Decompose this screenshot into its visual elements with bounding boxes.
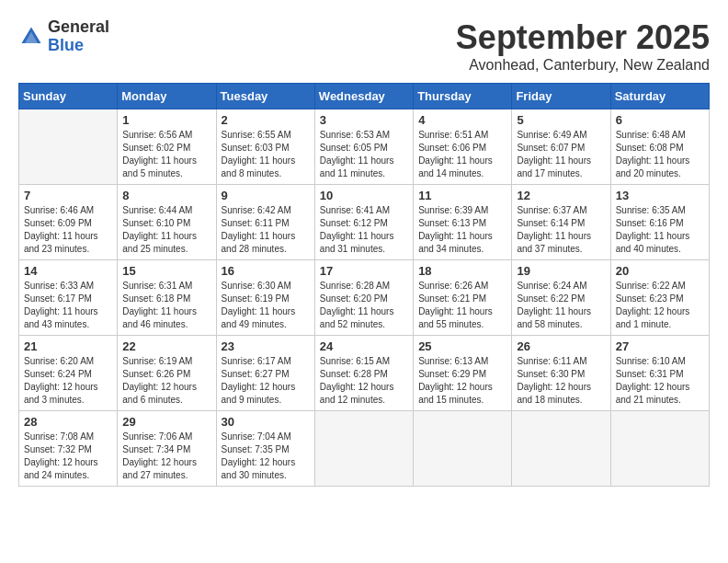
- day-info: Sunrise: 6:28 AM Sunset: 6:20 PM Dayligh…: [320, 280, 408, 331]
- header-monday: Monday: [118, 84, 216, 109]
- day-info: Sunrise: 6:33 AM Sunset: 6:17 PM Dayligh…: [24, 280, 112, 331]
- calendar-header: SundayMondayTuesdayWednesdayThursdayFrid…: [19, 84, 710, 109]
- calendar-cell: 23Sunrise: 6:17 AM Sunset: 6:27 PM Dayli…: [216, 336, 314, 411]
- logo-icon: [18, 24, 44, 50]
- day-info: Sunrise: 6:17 AM Sunset: 6:27 PM Dayligh…: [222, 355, 310, 407]
- title-block: September 2025 Avonhead, Canterbury, New…: [456, 18, 710, 74]
- day-info: Sunrise: 6:49 AM Sunset: 6:07 PM Dayligh…: [517, 129, 605, 180]
- day-info: Sunrise: 6:15 AM Sunset: 6:28 PM Dayligh…: [320, 355, 408, 407]
- calendar-cell: 6Sunrise: 6:48 AM Sunset: 6:08 PM Daylig…: [610, 109, 709, 185]
- day-info: Sunrise: 6:42 AM Sunset: 6:11 PM Dayligh…: [222, 204, 310, 256]
- day-number: 1: [122, 113, 210, 127]
- page-header: General Blue September 2025 Avonhead, Ca…: [18, 18, 710, 74]
- week-row-2: 14Sunrise: 6:33 AM Sunset: 6:17 PM Dayli…: [19, 260, 710, 336]
- calendar-cell: 18Sunrise: 6:26 AM Sunset: 6:21 PM Dayli…: [414, 260, 512, 336]
- calendar-cell: 11Sunrise: 6:39 AM Sunset: 6:13 PM Dayli…: [414, 185, 512, 260]
- calendar-cell: 22Sunrise: 6:19 AM Sunset: 6:26 PM Dayli…: [118, 336, 216, 411]
- day-info: Sunrise: 6:11 AM Sunset: 6:30 PM Dayligh…: [517, 355, 605, 407]
- calendar-body: 1Sunrise: 6:56 AM Sunset: 6:02 PM Daylig…: [19, 109, 710, 487]
- day-number: 7: [24, 189, 112, 202]
- day-info: Sunrise: 6:44 AM Sunset: 6:10 PM Dayligh…: [122, 204, 210, 256]
- day-number: 25: [418, 339, 506, 353]
- day-number: 22: [122, 339, 210, 353]
- day-info: Sunrise: 6:13 AM Sunset: 6:29 PM Dayligh…: [418, 355, 506, 407]
- calendar-cell: [610, 411, 709, 487]
- day-number: 10: [320, 189, 408, 202]
- day-info: Sunrise: 7:06 AM Sunset: 7:34 PM Dayligh…: [122, 431, 210, 482]
- week-row-1: 7Sunrise: 6:46 AM Sunset: 6:09 PM Daylig…: [19, 185, 710, 260]
- calendar-cell: [314, 411, 413, 487]
- calendar-cell: 14Sunrise: 6:33 AM Sunset: 6:17 PM Dayli…: [19, 260, 118, 336]
- week-row-0: 1Sunrise: 6:56 AM Sunset: 6:02 PM Daylig…: [19, 109, 710, 185]
- day-number: 19: [517, 264, 605, 278]
- calendar-cell: 20Sunrise: 6:22 AM Sunset: 6:23 PM Dayli…: [610, 260, 709, 336]
- day-number: 8: [122, 189, 210, 202]
- day-info: Sunrise: 6:30 AM Sunset: 6:19 PM Dayligh…: [222, 280, 310, 331]
- day-info: Sunrise: 6:19 AM Sunset: 6:26 PM Dayligh…: [122, 355, 210, 407]
- calendar: SundayMondayTuesdayWednesdayThursdayFrid…: [18, 83, 710, 487]
- day-info: Sunrise: 6:31 AM Sunset: 6:18 PM Dayligh…: [122, 280, 210, 331]
- logo-text: General Blue: [48, 18, 109, 55]
- month-title: September 2025: [456, 18, 710, 57]
- day-info: Sunrise: 6:37 AM Sunset: 6:14 PM Dayligh…: [517, 204, 605, 256]
- day-info: Sunrise: 6:39 AM Sunset: 6:13 PM Dayligh…: [418, 204, 506, 256]
- calendar-cell: 12Sunrise: 6:37 AM Sunset: 6:14 PM Dayli…: [512, 185, 610, 260]
- header-tuesday: Tuesday: [216, 84, 314, 109]
- header-sunday: Sunday: [19, 84, 118, 109]
- day-number: 12: [517, 189, 605, 202]
- day-info: Sunrise: 6:35 AM Sunset: 6:16 PM Dayligh…: [616, 204, 704, 256]
- calendar-cell: 21Sunrise: 6:20 AM Sunset: 6:24 PM Dayli…: [19, 336, 118, 411]
- day-number: 11: [418, 189, 506, 202]
- day-info: Sunrise: 6:56 AM Sunset: 6:02 PM Dayligh…: [122, 129, 210, 180]
- day-number: 17: [320, 264, 408, 278]
- day-info: Sunrise: 7:04 AM Sunset: 7:35 PM Dayligh…: [222, 431, 310, 482]
- calendar-cell: 29Sunrise: 7:06 AM Sunset: 7:34 PM Dayli…: [118, 411, 216, 487]
- calendar-cell: 24Sunrise: 6:15 AM Sunset: 6:28 PM Dayli…: [314, 336, 413, 411]
- day-info: Sunrise: 6:10 AM Sunset: 6:31 PM Dayligh…: [616, 355, 704, 407]
- day-number: 9: [222, 189, 310, 202]
- day-number: 4: [418, 113, 506, 127]
- day-number: 21: [24, 339, 112, 353]
- calendar-cell: 8Sunrise: 6:44 AM Sunset: 6:10 PM Daylig…: [118, 185, 216, 260]
- day-number: 24: [320, 339, 408, 353]
- calendar-cell: 17Sunrise: 6:28 AM Sunset: 6:20 PM Dayli…: [314, 260, 413, 336]
- calendar-cell: 10Sunrise: 6:41 AM Sunset: 6:12 PM Dayli…: [314, 185, 413, 260]
- calendar-cell: 3Sunrise: 6:53 AM Sunset: 6:05 PM Daylig…: [314, 109, 413, 185]
- calendar-cell: 7Sunrise: 6:46 AM Sunset: 6:09 PM Daylig…: [19, 185, 118, 260]
- day-info: Sunrise: 6:53 AM Sunset: 6:05 PM Dayligh…: [320, 129, 408, 180]
- calendar-cell: 2Sunrise: 6:55 AM Sunset: 6:03 PM Daylig…: [216, 109, 314, 185]
- calendar-cell: 9Sunrise: 6:42 AM Sunset: 6:11 PM Daylig…: [216, 185, 314, 260]
- header-saturday: Saturday: [610, 84, 709, 109]
- calendar-cell: [19, 109, 118, 185]
- day-info: Sunrise: 6:26 AM Sunset: 6:21 PM Dayligh…: [418, 280, 506, 331]
- calendar-cell: 26Sunrise: 6:11 AM Sunset: 6:30 PM Dayli…: [512, 336, 610, 411]
- day-number: 5: [517, 113, 605, 127]
- day-number: 23: [222, 339, 310, 353]
- header-row: SundayMondayTuesdayWednesdayThursdayFrid…: [19, 84, 710, 109]
- calendar-cell: [512, 411, 610, 487]
- day-number: 28: [24, 415, 112, 429]
- calendar-cell: 27Sunrise: 6:10 AM Sunset: 6:31 PM Dayli…: [610, 336, 709, 411]
- day-number: 2: [222, 113, 310, 127]
- header-friday: Friday: [512, 84, 610, 109]
- day-number: 3: [320, 113, 408, 127]
- calendar-cell: 30Sunrise: 7:04 AM Sunset: 7:35 PM Dayli…: [216, 411, 314, 487]
- day-number: 14: [24, 264, 112, 278]
- calendar-cell: 15Sunrise: 6:31 AM Sunset: 6:18 PM Dayli…: [118, 260, 216, 336]
- day-info: Sunrise: 6:22 AM Sunset: 6:23 PM Dayligh…: [616, 280, 704, 331]
- day-info: Sunrise: 6:20 AM Sunset: 6:24 PM Dayligh…: [24, 355, 112, 407]
- week-row-4: 28Sunrise: 7:08 AM Sunset: 7:32 PM Dayli…: [19, 411, 710, 487]
- calendar-cell: 13Sunrise: 6:35 AM Sunset: 6:16 PM Dayli…: [610, 185, 709, 260]
- week-row-3: 21Sunrise: 6:20 AM Sunset: 6:24 PM Dayli…: [19, 336, 710, 411]
- logo: General Blue: [18, 18, 109, 55]
- day-info: Sunrise: 6:41 AM Sunset: 6:12 PM Dayligh…: [320, 204, 408, 256]
- day-number: 20: [616, 264, 704, 278]
- calendar-cell: 16Sunrise: 6:30 AM Sunset: 6:19 PM Dayli…: [216, 260, 314, 336]
- day-number: 18: [418, 264, 506, 278]
- calendar-cell: 1Sunrise: 6:56 AM Sunset: 6:02 PM Daylig…: [118, 109, 216, 185]
- day-number: 6: [616, 113, 704, 127]
- day-number: 29: [122, 415, 210, 429]
- header-wednesday: Wednesday: [314, 84, 413, 109]
- day-info: Sunrise: 7:08 AM Sunset: 7:32 PM Dayligh…: [24, 431, 112, 482]
- calendar-cell: 28Sunrise: 7:08 AM Sunset: 7:32 PM Dayli…: [19, 411, 118, 487]
